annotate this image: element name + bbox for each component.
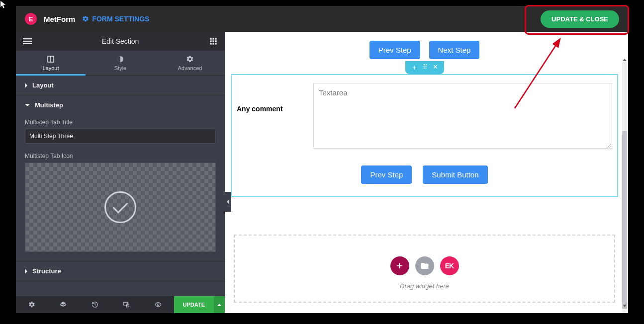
accordion-multistep-label: Multistep xyxy=(35,101,63,109)
check-circle-icon xyxy=(104,191,136,223)
add-section-icon[interactable]: ＋ xyxy=(411,63,418,72)
modal-header: E MetForm FORM SETTINGS UPDATE & CLOSE xyxy=(16,6,628,32)
tab-style[interactable]: Style xyxy=(86,51,155,75)
gear-icon xyxy=(82,15,89,22)
chevron-right-icon xyxy=(25,269,27,274)
history-icon[interactable] xyxy=(79,296,111,313)
section-toolbar: ＋ ⠿ ✕ xyxy=(405,61,444,74)
chevron-right-icon xyxy=(25,83,27,88)
svg-rect-7 xyxy=(212,40,214,42)
multistep-icon-label: Multistep Tab Icon xyxy=(25,153,216,160)
svg-rect-9 xyxy=(210,43,211,44)
comment-textarea[interactable] xyxy=(313,83,612,149)
chevron-down-icon xyxy=(25,104,30,106)
update-button[interactable]: UPDATE xyxy=(174,296,214,313)
style-icon xyxy=(116,55,124,63)
update-and-close-button[interactable]: UPDATE & CLOSE xyxy=(541,10,619,28)
drop-zone-text: Drag widget here xyxy=(400,282,449,290)
accordion-structure[interactable]: Structure xyxy=(16,261,225,281)
multistep-icon-picker[interactable] xyxy=(25,162,216,252)
folder-icon xyxy=(420,261,429,270)
brand-name: MetForm xyxy=(44,15,75,23)
accordion-structure-label: Structure xyxy=(32,267,61,275)
tab-layout-label: Layout xyxy=(42,65,59,71)
chevron-up-icon xyxy=(217,304,221,306)
form-settings-link[interactable]: FORM SETTINGS xyxy=(82,15,149,23)
menu-icon[interactable] xyxy=(23,37,32,46)
svg-rect-1 xyxy=(23,41,32,42)
comment-label: Any comment xyxy=(237,83,313,113)
update-dropdown[interactable] xyxy=(214,296,225,313)
accordion-layout[interactable]: Layout xyxy=(16,76,225,95)
svg-rect-2 xyxy=(23,43,32,44)
add-widget-icon[interactable]: + xyxy=(390,256,409,275)
tab-advanced-label: Advanced xyxy=(178,65,202,71)
editor-panel: Edit Section Layout Style Advanced xyxy=(16,32,225,313)
preview-icon[interactable] xyxy=(142,296,174,313)
form-settings-label: FORM SETTINGS xyxy=(92,15,149,23)
multistep-title-input[interactable] xyxy=(25,129,216,144)
apps-icon[interactable] xyxy=(209,37,218,46)
responsive-icon[interactable] xyxy=(111,296,143,313)
accordion-multistep[interactable]: Multistep xyxy=(16,95,225,115)
svg-rect-0 xyxy=(23,38,32,39)
accordion-layout-label: Layout xyxy=(32,81,54,89)
svg-rect-10 xyxy=(212,43,214,44)
prev-step-button-2[interactable]: Prev Step xyxy=(361,165,412,184)
svg-rect-6 xyxy=(210,40,211,42)
layout-icon xyxy=(47,55,55,63)
svg-rect-3 xyxy=(210,38,211,39)
tab-style-label: Style xyxy=(114,65,126,71)
svg-rect-4 xyxy=(212,38,214,39)
widget-drop-zone[interactable]: + EK Drag widget here xyxy=(234,235,615,303)
elementor-logo-icon: E xyxy=(25,13,37,25)
next-step-button[interactable]: Next Step xyxy=(429,41,480,59)
advanced-icon xyxy=(186,55,194,63)
svg-rect-11 xyxy=(215,43,216,44)
svg-rect-8 xyxy=(215,40,216,42)
tab-layout[interactable]: Layout xyxy=(16,51,86,75)
navigator-icon[interactable] xyxy=(48,296,80,313)
template-library-icon[interactable] xyxy=(415,256,434,275)
form-section[interactable]: Any comment Prev Step Submit Button xyxy=(231,74,618,197)
panel-title: Edit Section xyxy=(102,37,139,45)
elementskit-icon[interactable]: EK xyxy=(440,256,459,275)
delete-section-icon[interactable]: ✕ xyxy=(433,63,438,72)
svg-rect-5 xyxy=(215,38,216,39)
multistep-title-label: Multistep Tab Title xyxy=(25,119,216,126)
settings-icon[interactable] xyxy=(16,296,48,313)
prev-step-button[interactable]: Prev Step xyxy=(369,41,420,59)
svg-point-17 xyxy=(157,304,159,306)
canvas: Prev Step Next Step ＋ ⠿ ✕ Any comment xyxy=(225,32,628,313)
submit-button[interactable]: Submit Button xyxy=(423,165,487,184)
tab-advanced[interactable]: Advanced xyxy=(155,51,225,75)
edit-section-icon[interactable]: ⠿ xyxy=(423,63,428,72)
